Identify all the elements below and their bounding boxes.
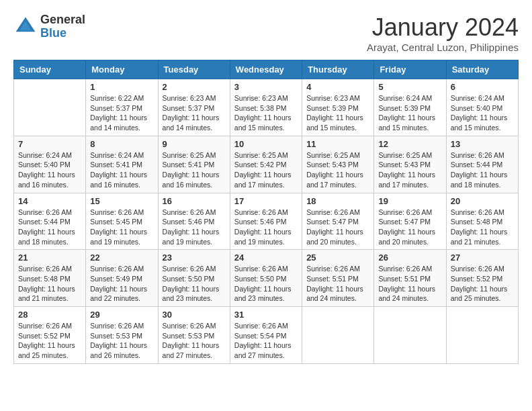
day-of-week-header: Sunday	[14, 60, 86, 79]
calendar-day-cell: 7Sunrise: 6:24 AMSunset: 5:40 PMDaylight…	[14, 136, 86, 193]
day-info: Sunrise: 6:26 AMSunset: 5:53 PMDaylight:…	[90, 321, 153, 361]
calendar-day-cell	[302, 307, 374, 364]
day-number: 25	[306, 253, 369, 263]
day-of-week-header: Saturday	[446, 60, 518, 79]
day-info: Sunrise: 6:24 AMSunset: 5:40 PMDaylight:…	[18, 150, 81, 190]
calendar-day-cell: 22Sunrise: 6:26 AMSunset: 5:49 PMDayligh…	[86, 250, 158, 307]
calendar-day-cell: 30Sunrise: 6:26 AMSunset: 5:53 PMDayligh…	[158, 307, 230, 364]
day-number: 15	[90, 196, 153, 206]
day-number: 6	[451, 82, 514, 92]
day-number: 20	[451, 196, 514, 206]
calendar-day-cell: 6Sunrise: 6:24 AMSunset: 5:40 PMDaylight…	[446, 79, 518, 136]
calendar-day-cell: 18Sunrise: 6:26 AMSunset: 5:47 PMDayligh…	[302, 193, 374, 250]
location-subtitle: Arayat, Central Luzon, Philippines	[367, 42, 519, 53]
calendar-day-cell: 13Sunrise: 6:26 AMSunset: 5:44 PMDayligh…	[446, 136, 518, 193]
calendar-day-cell: 1Sunrise: 6:22 AMSunset: 5:37 PMDaylight…	[86, 79, 158, 136]
day-number: 18	[306, 196, 369, 206]
calendar-table: SundayMondayTuesdayWednesdayThursdayFrid…	[13, 60, 519, 364]
day-number: 26	[378, 253, 441, 263]
calendar-week-row: 7Sunrise: 6:24 AMSunset: 5:40 PMDaylight…	[14, 136, 519, 193]
month-title: January 2024	[367, 13, 519, 42]
day-number: 21	[18, 253, 81, 263]
calendar-day-cell: 12Sunrise: 6:25 AMSunset: 5:43 PMDayligh…	[374, 136, 446, 193]
calendar-day-cell: 27Sunrise: 6:26 AMSunset: 5:52 PMDayligh…	[446, 250, 518, 307]
page-header: General Blue January 2024 Arayat, Centra…	[13, 13, 519, 53]
day-info: Sunrise: 6:26 AMSunset: 5:50 PMDaylight:…	[163, 264, 226, 304]
calendar-day-cell: 9Sunrise: 6:25 AMSunset: 5:41 PMDaylight…	[158, 136, 230, 193]
day-info: Sunrise: 6:26 AMSunset: 5:53 PMDaylight:…	[163, 321, 226, 361]
day-info: Sunrise: 6:26 AMSunset: 5:44 PMDaylight:…	[451, 150, 514, 190]
calendar-day-cell: 26Sunrise: 6:26 AMSunset: 5:51 PMDayligh…	[374, 250, 446, 307]
day-number: 8	[90, 139, 153, 149]
day-info: Sunrise: 6:24 AMSunset: 5:39 PMDaylight:…	[378, 93, 441, 133]
day-info: Sunrise: 6:25 AMSunset: 5:43 PMDaylight:…	[306, 150, 369, 190]
day-number: 30	[163, 310, 226, 320]
day-info: Sunrise: 6:26 AMSunset: 5:47 PMDaylight:…	[306, 208, 369, 247]
day-info: Sunrise: 6:26 AMSunset: 5:50 PMDaylight:…	[234, 264, 298, 304]
day-of-week-header: Monday	[86, 60, 158, 79]
calendar-day-cell: 24Sunrise: 6:26 AMSunset: 5:50 PMDayligh…	[230, 250, 302, 307]
day-info: Sunrise: 6:26 AMSunset: 5:46 PMDaylight:…	[163, 208, 226, 247]
calendar-day-cell: 21Sunrise: 6:26 AMSunset: 5:48 PMDayligh…	[14, 250, 86, 307]
calendar-day-cell: 11Sunrise: 6:25 AMSunset: 5:43 PMDayligh…	[302, 136, 374, 193]
day-number: 27	[451, 253, 514, 263]
day-of-week-header: Friday	[374, 60, 446, 79]
calendar-day-cell: 4Sunrise: 6:23 AMSunset: 5:39 PMDaylight…	[302, 79, 374, 136]
calendar-day-cell	[374, 307, 446, 364]
day-number: 24	[234, 253, 298, 263]
calendar-day-cell: 20Sunrise: 6:26 AMSunset: 5:48 PMDayligh…	[446, 193, 518, 250]
day-info: Sunrise: 6:23 AMSunset: 5:39 PMDaylight:…	[306, 93, 369, 133]
day-number: 9	[163, 139, 226, 149]
day-of-week-header: Thursday	[302, 60, 374, 79]
day-number: 14	[18, 196, 81, 206]
title-block: January 2024 Arayat, Central Luzon, Phil…	[367, 13, 519, 53]
logo-general: General	[40, 13, 85, 26]
day-info: Sunrise: 6:26 AMSunset: 5:51 PMDaylight:…	[378, 264, 441, 304]
day-number: 17	[234, 196, 298, 206]
day-info: Sunrise: 6:26 AMSunset: 5:44 PMDaylight:…	[18, 208, 81, 247]
calendar-day-cell: 14Sunrise: 6:26 AMSunset: 5:44 PMDayligh…	[14, 193, 86, 250]
day-info: Sunrise: 6:25 AMSunset: 5:43 PMDaylight:…	[378, 150, 441, 190]
day-number: 10	[234, 139, 298, 149]
day-number: 7	[18, 139, 81, 149]
calendar-week-row: 28Sunrise: 6:26 AMSunset: 5:52 PMDayligh…	[14, 307, 519, 364]
day-info: Sunrise: 6:26 AMSunset: 5:52 PMDaylight:…	[18, 321, 81, 361]
calendar-day-cell: 15Sunrise: 6:26 AMSunset: 5:45 PMDayligh…	[86, 193, 158, 250]
calendar-day-cell	[14, 79, 86, 136]
day-number: 5	[378, 82, 441, 92]
calendar-day-cell: 31Sunrise: 6:26 AMSunset: 5:54 PMDayligh…	[230, 307, 302, 364]
day-info: Sunrise: 6:24 AMSunset: 5:41 PMDaylight:…	[90, 150, 153, 190]
day-info: Sunrise: 6:26 AMSunset: 5:47 PMDaylight:…	[378, 208, 441, 247]
day-info: Sunrise: 6:23 AMSunset: 5:37 PMDaylight:…	[163, 93, 226, 133]
day-info: Sunrise: 6:23 AMSunset: 5:38 PMDaylight:…	[234, 93, 298, 133]
logo: General Blue	[13, 13, 85, 40]
day-number: 4	[306, 82, 369, 92]
day-info: Sunrise: 6:24 AMSunset: 5:40 PMDaylight:…	[451, 93, 514, 133]
calendar-day-cell: 10Sunrise: 6:25 AMSunset: 5:42 PMDayligh…	[230, 136, 302, 193]
day-of-week-header: Wednesday	[230, 60, 302, 79]
day-info: Sunrise: 6:22 AMSunset: 5:37 PMDaylight:…	[90, 93, 153, 133]
calendar-day-cell: 8Sunrise: 6:24 AMSunset: 5:41 PMDaylight…	[86, 136, 158, 193]
calendar-week-row: 1Sunrise: 6:22 AMSunset: 5:37 PMDaylight…	[14, 79, 519, 136]
calendar-week-row: 21Sunrise: 6:26 AMSunset: 5:48 PMDayligh…	[14, 250, 519, 307]
logo-blue: Blue	[40, 26, 66, 40]
calendar-day-cell: 3Sunrise: 6:23 AMSunset: 5:38 PMDaylight…	[230, 79, 302, 136]
calendar-day-cell: 2Sunrise: 6:23 AMSunset: 5:37 PMDaylight…	[158, 79, 230, 136]
day-info: Sunrise: 6:26 AMSunset: 5:49 PMDaylight:…	[90, 264, 153, 304]
day-info: Sunrise: 6:25 AMSunset: 5:42 PMDaylight:…	[234, 150, 298, 190]
calendar-day-cell: 17Sunrise: 6:26 AMSunset: 5:46 PMDayligh…	[230, 193, 302, 250]
calendar-day-cell	[446, 307, 518, 364]
day-number: 3	[234, 82, 298, 92]
calendar-day-cell: 16Sunrise: 6:26 AMSunset: 5:46 PMDayligh…	[158, 193, 230, 250]
day-number: 16	[163, 196, 226, 206]
day-info: Sunrise: 6:26 AMSunset: 5:46 PMDaylight:…	[234, 208, 298, 247]
day-number: 1	[90, 82, 153, 92]
day-number: 28	[18, 310, 81, 320]
day-number: 2	[163, 82, 226, 92]
calendar-day-cell: 29Sunrise: 6:26 AMSunset: 5:53 PMDayligh…	[86, 307, 158, 364]
day-info: Sunrise: 6:26 AMSunset: 5:51 PMDaylight:…	[306, 264, 369, 304]
day-info: Sunrise: 6:26 AMSunset: 5:54 PMDaylight:…	[234, 321, 298, 361]
logo-icon	[13, 15, 38, 39]
day-number: 19	[378, 196, 441, 206]
calendar-day-cell: 23Sunrise: 6:26 AMSunset: 5:50 PMDayligh…	[158, 250, 230, 307]
